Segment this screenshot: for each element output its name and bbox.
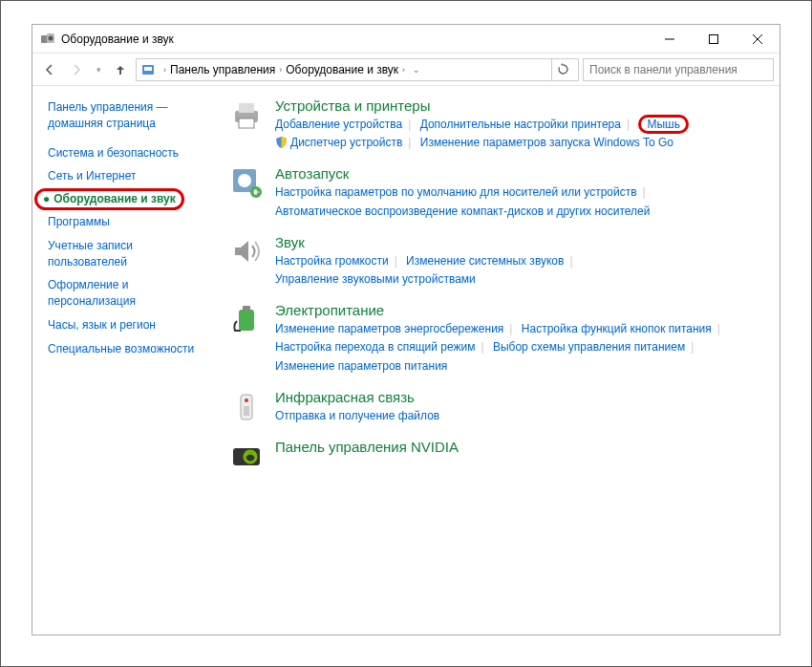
link-volume[interactable]: Настройка громкости bbox=[275, 254, 389, 268]
forward-button[interactable] bbox=[65, 58, 88, 81]
printer-icon bbox=[229, 97, 264, 132]
link-autoplay-cd[interactable]: Автоматическое воспроизведение компакт-д… bbox=[275, 204, 650, 218]
refresh-button[interactable] bbox=[551, 59, 574, 80]
breadcrumb-item[interactable]: Оборудование и звук bbox=[286, 63, 398, 76]
category-title[interactable]: Автозапуск bbox=[275, 165, 764, 182]
category-autoplay: Автозапуск Настройка параметров по умолч… bbox=[229, 165, 764, 220]
sidebar-item-programs[interactable]: Программы bbox=[44, 210, 218, 234]
svg-point-18 bbox=[245, 398, 248, 402]
app-icon bbox=[40, 32, 55, 47]
svg-rect-8 bbox=[144, 67, 152, 71]
link-sleep[interactable]: Настройка перехода в спящий режим bbox=[275, 340, 475, 354]
search-input[interactable]: Поиск в панели управления bbox=[583, 58, 774, 81]
speaker-icon bbox=[229, 234, 264, 269]
highlight-mouse-link: Мышь bbox=[638, 115, 689, 134]
chevron-right-icon: › bbox=[279, 65, 282, 75]
link-energy-save[interactable]: Изменение параметров энергосбережения bbox=[275, 322, 503, 335]
category-title[interactable]: Инфракрасная связь bbox=[275, 389, 764, 405]
link-printer-settings[interactable]: Дополнительные настройки принтера bbox=[420, 118, 621, 131]
breadcrumb-item[interactable]: Панель управления bbox=[170, 63, 275, 76]
link-power-buttons[interactable]: Настройка функций кнопок питания bbox=[522, 322, 712, 335]
autoplay-icon bbox=[229, 165, 264, 200]
maximize-button[interactable] bbox=[692, 25, 736, 54]
link-power-scheme[interactable]: Выбор схемы управления питанием bbox=[493, 340, 685, 354]
link-mouse[interactable]: Мышь bbox=[647, 118, 680, 131]
link-autoplay-defaults[interactable]: Настройка параметров по умолчанию для но… bbox=[275, 185, 637, 199]
close-button[interactable] bbox=[736, 25, 780, 54]
link-power-settings[interactable]: Изменение параметров питания bbox=[275, 359, 447, 373]
link-system-sounds[interactable]: Изменение системных звуков bbox=[406, 254, 564, 268]
sidebar-item-clock[interactable]: Часы, язык и регион bbox=[44, 313, 218, 337]
window-frame: Оборудование и звук ▾ ›Панель управления… bbox=[0, 0, 812, 667]
sidebar-item-accessibility[interactable]: Специальные возможности bbox=[44, 337, 218, 361]
control-panel-icon bbox=[140, 62, 156, 77]
sidebar: Панель управления — домашняя страница Си… bbox=[32, 86, 224, 635]
sidebar-item-users[interactable]: Учетные записи пользователей bbox=[44, 234, 218, 274]
category-nvidia: Панель управления NVIDIA bbox=[229, 439, 764, 473]
address-dropdown[interactable]: ⌄ bbox=[413, 65, 420, 75]
sidebar-item-appearance[interactable]: Оформление и персонализация bbox=[44, 273, 218, 313]
svg-point-13 bbox=[238, 174, 251, 187]
category-sound: Звук Настройка громкости| Изменение сист… bbox=[229, 234, 764, 289]
highlight-sidebar-active: ●Оборудование и звук bbox=[34, 188, 184, 210]
link-add-device[interactable]: Добавление устройства bbox=[275, 118, 402, 131]
content-area: Устройства и принтеры Добавление устройс… bbox=[224, 86, 780, 635]
chevron-right-icon: › bbox=[163, 65, 166, 75]
up-button[interactable] bbox=[109, 58, 132, 81]
titlebar: Оборудование и звук bbox=[32, 25, 780, 54]
category-devices: Устройства и принтеры Добавление устройс… bbox=[229, 97, 764, 152]
window-title: Оборудование и звук bbox=[61, 32, 174, 46]
svg-rect-19 bbox=[244, 406, 249, 416]
link-audio-devices[interactable]: Управление звуковыми устройствами bbox=[275, 272, 476, 286]
svg-point-2 bbox=[49, 35, 53, 40]
category-power: Электропитание Изменение параметров энер… bbox=[229, 302, 764, 376]
infrared-icon bbox=[229, 389, 264, 423]
nvidia-icon bbox=[229, 439, 264, 473]
category-title[interactable]: Звук bbox=[275, 234, 764, 250]
battery-icon bbox=[229, 302, 264, 336]
chevron-right-icon: › bbox=[402, 65, 405, 75]
address-bar: ▾ ›Панель управления ›Оборудование и зву… bbox=[32, 54, 780, 86]
link-infrared-send[interactable]: Отправка и получение файлов bbox=[275, 409, 439, 422]
category-title[interactable]: Устройства и принтеры bbox=[275, 97, 764, 114]
svg-rect-16 bbox=[243, 306, 250, 311]
sidebar-item-network[interactable]: Сеть и Интернет bbox=[44, 164, 218, 188]
address-box[interactable]: ›Панель управления ›Оборудование и звук›… bbox=[136, 58, 579, 81]
shield-icon bbox=[275, 136, 288, 148]
sidebar-home[interactable]: Панель управления — домашняя страница bbox=[44, 96, 218, 136]
sidebar-item-hardware[interactable]: Оборудование и звук bbox=[53, 192, 176, 205]
sidebar-item-system[interactable]: Система и безопасность bbox=[44, 141, 218, 165]
svg-rect-10 bbox=[239, 103, 254, 113]
link-windows-togo[interactable]: Изменение параметров запуска Windows To … bbox=[420, 136, 673, 149]
svg-rect-11 bbox=[239, 118, 254, 128]
minimize-button[interactable] bbox=[648, 25, 692, 54]
category-title[interactable]: Электропитание bbox=[275, 302, 764, 318]
link-device-manager[interactable]: Диспетчер устройств bbox=[290, 136, 402, 149]
category-infrared: Инфракрасная связь Отправка и получение … bbox=[229, 389, 764, 425]
category-title[interactable]: Панель управления NVIDIA bbox=[275, 439, 764, 455]
svg-rect-4 bbox=[710, 34, 718, 43]
svg-rect-15 bbox=[239, 310, 254, 331]
history-dropdown[interactable]: ▾ bbox=[92, 65, 105, 75]
back-button[interactable] bbox=[38, 58, 61, 81]
